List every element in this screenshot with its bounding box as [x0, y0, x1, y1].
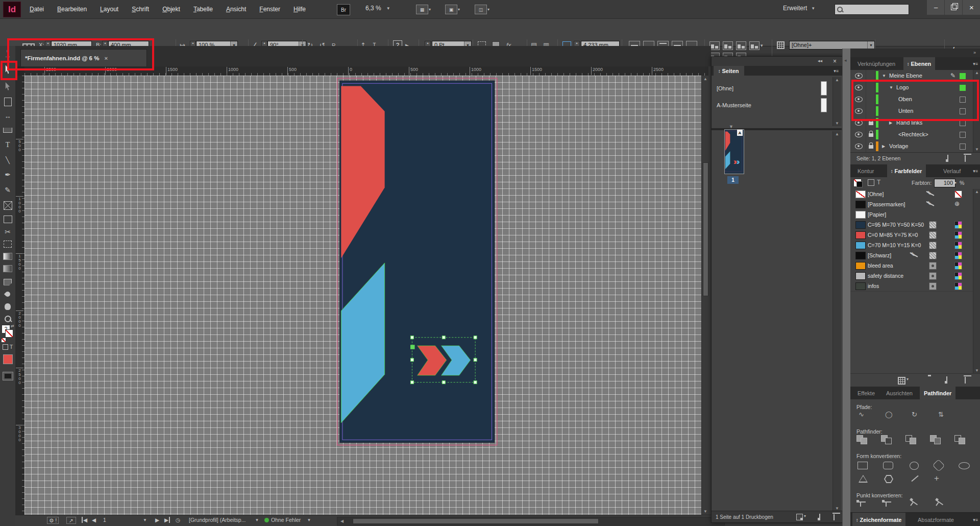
vertical-scroll-thumb[interactable]	[703, 162, 708, 296]
pencil-tool-icon[interactable]: ✎	[0, 183, 15, 197]
new-layer-icon[interactable]	[947, 155, 948, 161]
page-tool-icon[interactable]	[0, 95, 15, 108]
scroll-up-icon[interactable]: ▲	[833, 132, 841, 136]
document-tab[interactable]: *Firmenfahnen.indd @ 6 % ×	[20, 49, 147, 67]
scroll-down-icon[interactable]: ▼	[833, 121, 841, 126]
swatch-row[interactable]: C=0 M=85 Y=75 K=0	[850, 230, 973, 241]
formatting-affects-icon[interactable]: T	[0, 342, 15, 351]
first-page-icon[interactable]: ◀	[82, 517, 87, 523]
swatch-row[interactable]: bleed area	[850, 260, 973, 271]
convert-line-icon[interactable]	[911, 475, 918, 482]
gradient-swatch-tool-icon[interactable]	[0, 250, 15, 262]
stroke-proxy-icon[interactable]	[5, 329, 13, 338]
type-tool-icon[interactable]: T	[0, 138, 15, 152]
convert-point-icon[interactable]	[933, 499, 943, 509]
tint-field[interactable]: 100	[934, 179, 955, 187]
delete-swatch-icon[interactable]	[965, 377, 966, 383]
scissors-tool-icon[interactable]: ✂	[0, 226, 15, 238]
zoom-tool-icon[interactable]	[0, 313, 15, 325]
menu-bearbeiten[interactable]: Bearbeiten	[57, 6, 87, 13]
page-number-dropdown[interactable]: 1▼	[103, 517, 147, 523]
convert-shape-icon[interactable]	[959, 462, 970, 469]
pathfinder-op-icon[interactable]	[905, 435, 918, 444]
horizontal-ruler[interactable]: 250020001500100050005001000150020002500	[24, 66, 708, 76]
view-options-icon[interactable]: ▦	[416, 5, 428, 14]
convert-shape-icon[interactable]	[857, 462, 868, 469]
lock-icon[interactable]	[869, 122, 873, 125]
collapse-dock-icon[interactable]: ◂	[844, 58, 847, 63]
preflight-profile-dropdown[interactable]: [Grundprofil] (Arbeitsp... ▼	[189, 517, 259, 523]
content-collector-tool-icon[interactable]	[0, 124, 15, 137]
disclosure-icon[interactable]: ▶	[882, 144, 885, 149]
gradient-feather-tool-icon[interactable]	[0, 262, 15, 275]
align-icon[interactable]	[723, 41, 733, 50]
swatch-row[interactable]: [Papier]	[850, 209, 973, 220]
pathfinder-op-icon[interactable]	[930, 435, 942, 444]
scroll-up-icon[interactable]: ▲	[702, 77, 709, 81]
minimize-button[interactable]: –	[926, 0, 945, 15]
panel-menu-icon[interactable]: ▾≡	[973, 169, 978, 174]
layer-selected-indicator[interactable]	[960, 120, 966, 126]
masters-scrollbar[interactable]: ▲ ▼	[832, 77, 841, 126]
preflight-icon[interactable]: ⚙ !	[47, 517, 59, 524]
convert-shape-icon[interactable]	[910, 462, 919, 470]
master-row[interactable]: A-Musterseite	[712, 97, 834, 113]
tab-zeichenformate[interactable]: ▴▾Zeichenformate	[852, 513, 905, 526]
tab-effekte[interactable]: Effekte	[857, 390, 875, 396]
formatting-text-icon[interactable]: T	[877, 179, 880, 186]
hand-tool-icon[interactable]	[0, 300, 15, 313]
toolbar-grip-icon[interactable]: ⋯	[0, 54, 15, 59]
page-1-thumbnail[interactable]	[724, 129, 744, 174]
tab-ebenen[interactable]: ▴▾Ebenen	[903, 57, 935, 70]
swatch-row[interactable]: [Passermarken]⊕✎	[850, 199, 973, 210]
layer-selected-indicator[interactable]	[960, 85, 966, 91]
align-more-icon[interactable]: ▾	[761, 41, 763, 50]
eyedropper-tool-icon[interactable]	[0, 288, 15, 300]
layer-selected-indicator[interactable]	[960, 144, 966, 150]
layer-row-vorlage[interactable]: ▶Vorlage	[850, 140, 973, 153]
panel-menu-icon[interactable]: ▾≡	[973, 517, 978, 522]
scroll-down-icon[interactable]: ▼	[973, 368, 980, 373]
convert-point-icon[interactable]	[857, 501, 866, 508]
apply-color-icon[interactable]	[0, 352, 15, 366]
panel-menu-icon[interactable]: ▾≡	[834, 68, 839, 74]
lock-icon[interactable]	[869, 145, 873, 149]
screen-mode-icon[interactable]: ◫	[475, 5, 487, 14]
menu-ansicht[interactable]: Ansicht	[226, 6, 246, 13]
new-page-icon[interactable]	[819, 514, 820, 520]
tint-slider-icon[interactable]: ▶	[953, 180, 957, 185]
rectangle-tool-icon[interactable]	[0, 212, 15, 226]
scroll-down-icon[interactable]: ▼	[833, 506, 841, 511]
swatch-row[interactable]: infos	[850, 281, 973, 292]
layer-selected-indicator[interactable]	[960, 73, 966, 79]
visibility-eye-icon[interactable]	[855, 120, 863, 126]
layer-selected-indicator[interactable]	[960, 108, 966, 114]
delete-layer-icon[interactable]	[965, 155, 966, 161]
convert-cross-icon[interactable]: +	[934, 474, 939, 483]
layer-row--rechteck-[interactable]: <Rechteck>	[850, 129, 973, 141]
swatch-row[interactable]: [Ohne]✎	[850, 189, 973, 200]
layer-row-logo[interactable]: ▼Logo	[850, 82, 973, 94]
next-page-icon[interactable]: ▶	[155, 517, 159, 523]
horizontal-scroll-thumb[interactable]	[353, 518, 599, 524]
last-page-icon[interactable]: ▶	[164, 517, 170, 523]
visibility-eye-icon[interactable]	[855, 108, 863, 114]
master-thumbnail[interactable]	[821, 81, 827, 95]
disclosure-icon[interactable]: ▼	[882, 74, 886, 78]
scroll-left-icon[interactable]: ◀	[338, 519, 346, 523]
menu-datei[interactable]: Datei	[30, 6, 44, 13]
gap-tool-icon[interactable]: ↔	[0, 109, 15, 123]
close-button[interactable]: ×	[962, 0, 980, 15]
screen-mode-icon[interactable]	[0, 370, 15, 382]
vertical-ruler[interactable]: 50010001500200025003000	[15, 76, 25, 515]
menu-objekt[interactable]: Objekt	[162, 6, 180, 13]
export-icon[interactable]: ↗	[66, 517, 76, 524]
bridge-icon[interactable]: Br	[337, 4, 350, 15]
tab-seiten[interactable]: ▴▾ Seiten	[714, 66, 744, 76]
convert-shape-icon[interactable]	[883, 462, 893, 469]
zoom-level-control[interactable]: 6,3 % ▼	[365, 5, 390, 12]
close-panel-icon[interactable]: ×	[833, 58, 837, 65]
expand-panels-icon[interactable]: »	[973, 50, 976, 55]
formatting-container-icon[interactable]	[868, 179, 874, 186]
tab-kontur[interactable]: Kontur	[857, 168, 874, 174]
